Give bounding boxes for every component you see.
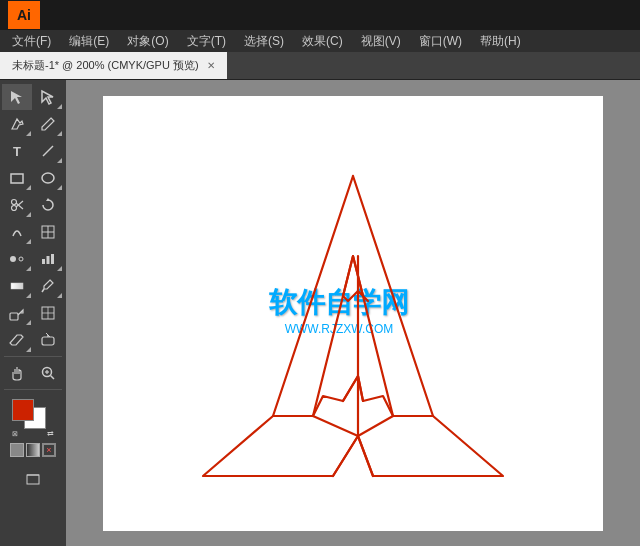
menu-window[interactable]: 窗口(W) xyxy=(411,31,470,52)
toolbar: T xyxy=(0,80,66,546)
rectangle-tool[interactable] xyxy=(2,165,32,191)
main-area: T xyxy=(0,80,640,546)
tool-row-transform xyxy=(2,192,64,218)
eraser-tool[interactable] xyxy=(2,327,32,353)
scissors-tool[interactable] xyxy=(2,192,32,218)
svg-point-11 xyxy=(10,256,16,262)
menu-select[interactable]: 选择(S) xyxy=(236,31,292,52)
selection-tool[interactable] xyxy=(2,84,32,110)
svg-point-2 xyxy=(42,173,54,183)
direct-selection-tool[interactable] xyxy=(33,84,63,110)
zoom-tool[interactable] xyxy=(33,360,63,386)
svg-rect-14 xyxy=(47,256,50,264)
eyedropper-tool[interactable] xyxy=(33,273,63,299)
tool-row-symbols xyxy=(2,300,64,326)
svg-rect-13 xyxy=(42,259,45,264)
graph-tool[interactable] xyxy=(33,246,63,272)
document-canvas[interactable]: 软件自学网 WWW.RJZXW.COM xyxy=(103,96,603,531)
color-swatches: ⇄ ⊠ × xyxy=(2,395,64,461)
default-colors-icon[interactable]: ⊠ xyxy=(12,430,18,438)
pen-tool[interactable] xyxy=(2,111,32,137)
svg-line-26 xyxy=(51,376,55,380)
artwork-svg xyxy=(103,96,603,531)
menu-edit[interactable]: 编辑(E) xyxy=(61,31,117,52)
svg-line-17 xyxy=(42,289,44,292)
tool-row-nav xyxy=(2,360,64,386)
tool-row-eraser xyxy=(2,327,64,353)
tab-close-button[interactable]: ✕ xyxy=(207,60,215,71)
svg-rect-22 xyxy=(42,337,54,345)
tool-row-pen xyxy=(2,111,64,137)
tab-label: 未标题-1* @ 200% (CMYK/GPU 预览) xyxy=(12,58,199,73)
canvas-area: 软件自学网 WWW.RJZXW.COM xyxy=(66,80,640,546)
rotate-tool[interactable] xyxy=(33,192,63,218)
warp-tool[interactable] xyxy=(2,219,32,245)
tab-bar: 未标题-1* @ 200% (CMYK/GPU 预览) ✕ xyxy=(0,52,640,80)
tool-row-select xyxy=(2,84,64,110)
tool-separator xyxy=(4,356,62,357)
svg-rect-29 xyxy=(27,475,39,484)
mesh-tool[interactable] xyxy=(33,219,63,245)
menu-object[interactable]: 对象(O) xyxy=(119,31,176,52)
screen-mode-button[interactable] xyxy=(11,466,55,492)
slice-tool[interactable] xyxy=(33,300,63,326)
tool-row-type: T xyxy=(2,138,64,164)
fill-swatch[interactable] xyxy=(12,399,34,421)
svg-point-12 xyxy=(19,257,23,261)
blend-tool[interactable] xyxy=(2,246,32,272)
color-sep xyxy=(4,389,62,390)
svg-rect-16 xyxy=(11,283,23,289)
menu-type[interactable]: 文字(T) xyxy=(179,31,234,52)
line-tool[interactable] xyxy=(33,138,63,164)
solid-color-button[interactable] xyxy=(10,443,24,457)
symbol-sprayer-tool[interactable] xyxy=(2,300,32,326)
fill-stroke-swatches[interactable]: ⇄ ⊠ xyxy=(10,399,56,439)
svg-rect-15 xyxy=(51,254,54,264)
tool-row-warp xyxy=(2,219,64,245)
ai-logo: Ai xyxy=(8,1,40,29)
tool-row-shape xyxy=(2,165,64,191)
menu-effect[interactable]: 效果(C) xyxy=(294,31,351,52)
svg-point-4 xyxy=(12,206,17,211)
menu-view[interactable]: 视图(V) xyxy=(353,31,409,52)
svg-rect-18 xyxy=(10,313,18,320)
type-tool[interactable]: T xyxy=(2,138,32,164)
svg-line-0 xyxy=(43,146,53,156)
ellipse-tool[interactable] xyxy=(33,165,63,191)
hand-tool[interactable] xyxy=(2,360,32,386)
gradient-tool[interactable] xyxy=(2,273,32,299)
document-tab[interactable]: 未标题-1* @ 200% (CMYK/GPU 预览) ✕ xyxy=(0,52,227,79)
svg-point-3 xyxy=(12,200,17,205)
none-button[interactable]: × xyxy=(42,443,56,457)
title-bar: Ai xyxy=(0,0,640,30)
menu-help[interactable]: 帮助(H) xyxy=(472,31,529,52)
pencil-tool[interactable] xyxy=(33,111,63,137)
gradient-button[interactable] xyxy=(26,443,40,457)
tool-row-gradient xyxy=(2,273,64,299)
reshape-tool[interactable] xyxy=(33,327,63,353)
swap-colors-icon[interactable]: ⇄ xyxy=(47,429,54,438)
tool-row-blend xyxy=(2,246,64,272)
screen-mode-area xyxy=(2,466,64,492)
menu-bar: 文件(F) 编辑(E) 对象(O) 文字(T) 选择(S) 效果(C) 视图(V… xyxy=(0,30,640,52)
menu-file[interactable]: 文件(F) xyxy=(4,31,59,52)
color-mode-buttons: × xyxy=(8,441,58,457)
svg-rect-1 xyxy=(11,174,23,183)
